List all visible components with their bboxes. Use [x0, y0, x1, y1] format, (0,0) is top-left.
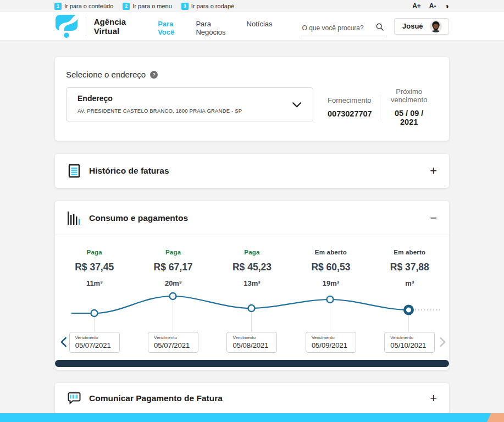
- invoice-icon: [67, 164, 81, 178]
- due-date-value: 05/09/2021: [312, 341, 356, 349]
- brand-line1: Agência: [94, 17, 126, 26]
- nav-tab-para-voce[interactable]: Para Você: [157, 18, 176, 43]
- chart-column: Paga R$ 45,23 13m³: [213, 249, 291, 287]
- contrast-toggle-icon[interactable]: ◑: [445, 2, 449, 10]
- due-date-cell: Vencimento 05/09/2021: [291, 332, 370, 353]
- status-badge: Paga: [213, 249, 291, 256]
- status-badge: Paga: [55, 249, 134, 256]
- skip-to-footer-link[interactable]: 3 Ir para o rodapé: [181, 3, 234, 10]
- chart-column: Em aberto R$ 37,88 m³: [370, 249, 449, 287]
- invoice-history-title: Histórico de faturas: [89, 166, 169, 176]
- header: Agência Virtual Para Você Para Negócios …: [0, 12, 504, 41]
- brand-divider: [86, 17, 86, 36]
- skip-number-badge: 1: [54, 3, 62, 10]
- address-card-title: Selecione o endereço: [66, 70, 146, 79]
- volume-value: 13m³: [213, 279, 291, 287]
- invoice-history-header[interactable]: Histórico de faturas +: [55, 154, 449, 188]
- due-date-label: Vencimento: [154, 335, 198, 340]
- consumption-chart: Paga R$ 37,45 11m³ Paga R$ 67,17 20m³ Pa…: [55, 235, 449, 370]
- consumption-line-chart: [55, 289, 448, 332]
- barcode-bubble-icon: [67, 391, 81, 406]
- brand-name: Agência Virtual: [94, 17, 126, 36]
- due-date-value: 05/07/2021: [75, 341, 119, 349]
- address-select-value: AV. PRESIDENTE CASTELO BRANCO, 1800 PRAI…: [77, 108, 284, 114]
- supply-number-block: Fornecimento 0073027707: [320, 96, 380, 118]
- volume-value: m³: [370, 279, 449, 287]
- nav-tab-para-negocios[interactable]: Para Negócios: [195, 18, 226, 43]
- user-name: Josué: [402, 22, 423, 30]
- data-point-current[interactable]: [405, 306, 413, 314]
- user-avatar: [430, 20, 442, 32]
- chart-stats-row: Paga R$ 37,45 11m³ Paga R$ 67,17 20m³ Pa…: [55, 249, 449, 287]
- due-date-value: 05/08/2021: [232, 341, 276, 349]
- sabesp-logo-icon[interactable]: [55, 14, 78, 38]
- chart-scrollbar[interactable]: [55, 360, 449, 367]
- due-date-box: Vencimento 05/07/2021: [69, 332, 120, 353]
- chevron-left-icon[interactable]: [60, 337, 67, 347]
- chevron-right-icon[interactable]: [439, 337, 446, 347]
- invoice-history-card: Histórico de faturas +: [55, 154, 449, 188]
- chart-column: Em aberto R$ 60,53 19m³: [291, 249, 370, 287]
- volume-value: 11m³: [55, 279, 134, 287]
- amount-value: R$ 37,88: [370, 262, 449, 273]
- amount-value: R$ 60,53: [291, 262, 370, 273]
- volume-value: 19m³: [291, 279, 370, 287]
- accessibility-bar: 1 Ir para o conteúdo 2 Ir para o menu 3 …: [0, 0, 504, 12]
- due-date-label: Vencimento: [390, 335, 434, 340]
- footer-accent-shape: [487, 413, 504, 422]
- status-badge: Em aberto: [291, 249, 370, 256]
- consumption-title: Consumo e pagamentos: [89, 213, 188, 223]
- due-date-box: Vencimento 05/08/2021: [226, 332, 277, 353]
- chart-column: Paga R$ 37,45 11m³: [55, 249, 134, 287]
- data-point[interactable]: [327, 296, 334, 303]
- skip-link-label: Ir para o conteúdo: [64, 3, 113, 9]
- main-nav: Para Você Para Negócios Notícias: [154, 18, 275, 43]
- search-icon[interactable]: [375, 23, 384, 31]
- main-content: Selecione o endereço ? Endereço AV. PRES…: [0, 41, 504, 413]
- address-select[interactable]: Endereço AV. PRESIDENTE CASTELO BRANCO, …: [66, 87, 313, 121]
- font-decrease-button[interactable]: A-: [429, 2, 436, 10]
- nav-tab-noticias[interactable]: Notícias: [246, 18, 274, 43]
- volume-value: 20m³: [134, 279, 212, 287]
- due-date-value: 05/07/2021: [154, 341, 198, 349]
- report-payment-card: Comunicar Pagamento de Fatura +: [55, 383, 449, 413]
- skip-to-content-link[interactable]: 1 Ir para o conteúdo: [54, 3, 113, 10]
- amount-value: R$ 37,45: [55, 262, 134, 273]
- search-box: [301, 21, 385, 36]
- search-input[interactable]: [301, 21, 385, 36]
- next-due-value: 05 / 09 / 2021: [387, 109, 430, 126]
- due-date-box: Vencimento 05/09/2021: [306, 332, 356, 353]
- font-controls: A+ A- ◑: [412, 2, 449, 10]
- user-account-button[interactable]: Josué: [394, 18, 449, 35]
- address-card: Selecione o endereço ? Endereço AV. PRES…: [55, 57, 449, 141]
- help-icon[interactable]: ?: [150, 71, 158, 79]
- expand-icon[interactable]: +: [430, 392, 437, 404]
- due-dates-row: Vencimento 05/07/2021 Vencimento 05/07/2…: [55, 332, 449, 353]
- due-date-label: Vencimento: [312, 335, 356, 340]
- data-point[interactable]: [248, 305, 255, 312]
- due-date-value: 05/10/2021: [390, 341, 434, 349]
- skip-number-badge: 3: [181, 3, 189, 10]
- consumption-card: Consumo e pagamentos − Paga R$ 37,45 11m…: [55, 201, 449, 370]
- data-point[interactable]: [91, 310, 98, 316]
- due-date-cell: Vencimento 05/08/2021: [213, 332, 291, 353]
- supply-label: Fornecimento: [328, 96, 372, 104]
- chart-column: Paga R$ 67,17 20m³: [134, 249, 212, 287]
- collapse-icon[interactable]: −: [430, 212, 437, 224]
- consumption-header[interactable]: Consumo e pagamentos −: [55, 201, 449, 235]
- status-badge: Em aberto: [370, 249, 449, 256]
- due-date-cell: Vencimento 05/07/2021: [134, 332, 212, 353]
- font-increase-button[interactable]: A+: [412, 2, 421, 10]
- data-point[interactable]: [170, 293, 176, 299]
- report-payment-header[interactable]: Comunicar Pagamento de Fatura +: [55, 383, 449, 413]
- next-due-label: Próximo vencimento: [387, 87, 430, 104]
- next-due-block: Próximo vencimento 05 / 09 / 2021: [380, 87, 438, 126]
- status-badge: Paga: [134, 249, 212, 256]
- skip-link-label: Ir para o rodapé: [191, 3, 234, 9]
- due-date-label: Vencimento: [232, 335, 276, 340]
- skip-to-menu-link[interactable]: 2 Ir para o menu: [123, 3, 172, 10]
- due-date-box: Vencimento 05/07/2021: [148, 332, 198, 353]
- address-select-label: Endereço: [77, 94, 284, 103]
- chevron-down-icon: [291, 99, 303, 111]
- expand-icon[interactable]: +: [430, 165, 437, 177]
